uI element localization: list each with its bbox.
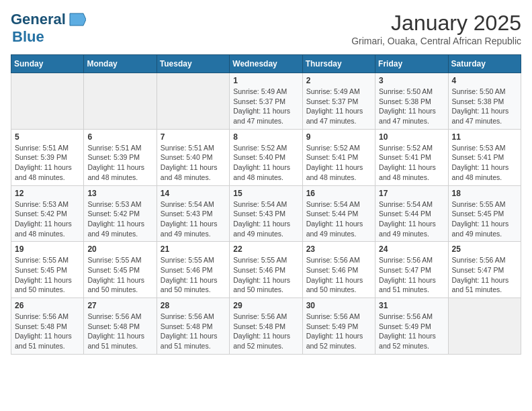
calendar-cell — [84, 73, 157, 130]
calendar-cell — [157, 73, 229, 130]
day-info: Sunrise: 5:56 AM Sunset: 5:47 PM Dayligh… — [379, 255, 444, 295]
day-number: 23 — [306, 244, 371, 254]
day-info: Sunrise: 5:52 AM Sunset: 5:40 PM Dayligh… — [233, 143, 298, 183]
calendar-cell: 16Sunrise: 5:54 AM Sunset: 5:44 PM Dayli… — [302, 185, 375, 242]
header-wednesday: Wednesday — [230, 55, 302, 73]
calendar-cell: 6Sunrise: 5:51 AM Sunset: 5:39 PM Daylig… — [84, 129, 157, 185]
calendar-header-row: SundayMondayTuesdayWednesdayThursdayFrid… — [11, 55, 521, 73]
calendar-cell: 11Sunrise: 5:53 AM Sunset: 5:41 PM Dayli… — [448, 129, 521, 185]
day-number: 27 — [87, 301, 152, 310]
calendar-cell: 29Sunrise: 5:56 AM Sunset: 5:48 PM Dayli… — [230, 298, 302, 355]
day-info: Sunrise: 5:56 AM Sunset: 5:49 PM Dayligh… — [379, 312, 444, 351]
calendar-cell: 13Sunrise: 5:53 AM Sunset: 5:42 PM Dayli… — [84, 185, 157, 242]
calendar-week-4: 19Sunrise: 5:55 AM Sunset: 5:45 PM Dayli… — [11, 242, 521, 298]
day-number: 15 — [233, 189, 298, 198]
calendar-cell: 30Sunrise: 5:56 AM Sunset: 5:49 PM Dayli… — [302, 298, 375, 355]
calendar-cell: 3Sunrise: 5:50 AM Sunset: 5:38 PM Daylig… — [375, 73, 448, 130]
day-info: Sunrise: 5:56 AM Sunset: 5:48 PM Dayligh… — [233, 312, 298, 351]
day-info: Sunrise: 5:53 AM Sunset: 5:41 PM Dayligh… — [452, 143, 517, 183]
logo-text-general: General — [11, 11, 66, 28]
day-number: 30 — [306, 301, 371, 310]
day-number: 26 — [15, 301, 80, 310]
calendar-cell: 12Sunrise: 5:53 AM Sunset: 5:42 PM Dayli… — [11, 185, 84, 242]
calendar-week-2: 5Sunrise: 5:51 AM Sunset: 5:39 PM Daylig… — [11, 129, 521, 185]
calendar-cell: 21Sunrise: 5:55 AM Sunset: 5:46 PM Dayli… — [157, 242, 229, 298]
calendar-cell: 23Sunrise: 5:56 AM Sunset: 5:46 PM Dayli… — [302, 242, 375, 298]
day-number: 31 — [379, 301, 444, 310]
day-number: 22 — [233, 244, 298, 254]
day-info: Sunrise: 5:53 AM Sunset: 5:42 PM Dayligh… — [87, 199, 152, 239]
calendar-cell: 19Sunrise: 5:55 AM Sunset: 5:45 PM Dayli… — [11, 242, 84, 298]
header-sunday: Sunday — [11, 55, 84, 73]
calendar-table: SundayMondayTuesdayWednesdayThursdayFrid… — [11, 54, 521, 355]
day-info: Sunrise: 5:55 AM Sunset: 5:45 PM Dayligh… — [87, 255, 152, 295]
calendar-week-5: 26Sunrise: 5:56 AM Sunset: 5:48 PM Dayli… — [11, 298, 521, 355]
day-info: Sunrise: 5:54 AM Sunset: 5:44 PM Dayligh… — [379, 199, 444, 239]
day-info: Sunrise: 5:56 AM Sunset: 5:48 PM Dayligh… — [87, 312, 152, 351]
header-saturday: Saturday — [448, 55, 521, 73]
calendar-cell: 22Sunrise: 5:55 AM Sunset: 5:46 PM Dayli… — [230, 242, 302, 298]
day-info: Sunrise: 5:56 AM Sunset: 5:49 PM Dayligh… — [306, 312, 371, 351]
calendar-cell: 15Sunrise: 5:54 AM Sunset: 5:43 PM Dayli… — [230, 185, 302, 242]
calendar-cell: 31Sunrise: 5:56 AM Sunset: 5:49 PM Dayli… — [375, 298, 448, 355]
day-info: Sunrise: 5:55 AM Sunset: 5:45 PM Dayligh… — [452, 199, 517, 239]
day-info: Sunrise: 5:51 AM Sunset: 5:39 PM Dayligh… — [87, 143, 152, 183]
month-title: January 2025 — [351, 11, 521, 36]
day-number: 18 — [452, 189, 517, 198]
calendar-cell: 7Sunrise: 5:51 AM Sunset: 5:40 PM Daylig… — [157, 129, 229, 185]
day-info: Sunrise: 5:55 AM Sunset: 5:45 PM Dayligh… — [15, 255, 80, 295]
day-number: 12 — [15, 189, 80, 198]
calendar-cell — [11, 73, 84, 130]
day-number: 19 — [15, 244, 80, 254]
header-monday: Monday — [84, 55, 157, 73]
day-number: 24 — [379, 244, 444, 254]
day-info: Sunrise: 5:50 AM Sunset: 5:38 PM Dayligh… — [452, 87, 517, 126]
day-info: Sunrise: 5:52 AM Sunset: 5:41 PM Dayligh… — [306, 143, 371, 183]
header-friday: Friday — [375, 55, 448, 73]
day-info: Sunrise: 5:53 AM Sunset: 5:42 PM Dayligh… — [15, 199, 80, 239]
calendar-week-3: 12Sunrise: 5:53 AM Sunset: 5:42 PM Dayli… — [11, 185, 521, 242]
day-info: Sunrise: 5:56 AM Sunset: 5:48 PM Dayligh… — [161, 312, 226, 351]
logo: General Blue — [11, 11, 86, 46]
calendar-cell: 17Sunrise: 5:54 AM Sunset: 5:44 PM Dayli… — [375, 185, 448, 242]
calendar-cell: 9Sunrise: 5:52 AM Sunset: 5:41 PM Daylig… — [302, 129, 375, 185]
calendar-cell: 4Sunrise: 5:50 AM Sunset: 5:38 PM Daylig… — [448, 73, 521, 130]
day-info: Sunrise: 5:56 AM Sunset: 5:46 PM Dayligh… — [306, 255, 371, 295]
day-info: Sunrise: 5:52 AM Sunset: 5:41 PM Dayligh… — [379, 143, 444, 183]
day-number: 21 — [161, 244, 226, 254]
calendar-cell: 28Sunrise: 5:56 AM Sunset: 5:48 PM Dayli… — [157, 298, 229, 355]
logo-icon — [67, 12, 86, 27]
page-header: General Blue January 2025 Grimari, Ouaka… — [11, 11, 521, 46]
day-number: 16 — [306, 189, 371, 198]
calendar-cell: 2Sunrise: 5:49 AM Sunset: 5:37 PM Daylig… — [302, 73, 375, 130]
header-tuesday: Tuesday — [157, 55, 229, 73]
day-number: 1 — [233, 76, 298, 85]
calendar-cell: 25Sunrise: 5:56 AM Sunset: 5:47 PM Dayli… — [448, 242, 521, 298]
day-info: Sunrise: 5:55 AM Sunset: 5:46 PM Dayligh… — [233, 255, 298, 295]
calendar-cell: 20Sunrise: 5:55 AM Sunset: 5:45 PM Dayli… — [84, 242, 157, 298]
day-info: Sunrise: 5:50 AM Sunset: 5:38 PM Dayligh… — [379, 87, 444, 126]
day-number: 9 — [306, 132, 371, 142]
day-info: Sunrise: 5:54 AM Sunset: 5:43 PM Dayligh… — [233, 199, 298, 239]
day-number: 10 — [379, 132, 444, 142]
day-info: Sunrise: 5:49 AM Sunset: 5:37 PM Dayligh… — [233, 87, 298, 126]
calendar-cell: 24Sunrise: 5:56 AM Sunset: 5:47 PM Dayli… — [375, 242, 448, 298]
calendar-cell: 1Sunrise: 5:49 AM Sunset: 5:37 PM Daylig… — [230, 73, 302, 130]
calendar-cell: 14Sunrise: 5:54 AM Sunset: 5:43 PM Dayli… — [157, 185, 229, 242]
day-number: 5 — [15, 132, 80, 142]
day-info: Sunrise: 5:56 AM Sunset: 5:48 PM Dayligh… — [15, 312, 80, 351]
calendar-week-1: 1Sunrise: 5:49 AM Sunset: 5:37 PM Daylig… — [11, 73, 521, 130]
day-number: 13 — [87, 189, 152, 198]
calendar-cell: 27Sunrise: 5:56 AM Sunset: 5:48 PM Dayli… — [84, 298, 157, 355]
logo-text-blue: Blue — [12, 28, 44, 45]
day-info: Sunrise: 5:54 AM Sunset: 5:44 PM Dayligh… — [306, 199, 371, 239]
calendar-cell — [448, 298, 521, 355]
svg-marker-0 — [70, 13, 86, 26]
day-number: 25 — [452, 244, 517, 254]
day-number: 20 — [87, 244, 152, 254]
calendar-cell: 26Sunrise: 5:56 AM Sunset: 5:48 PM Dayli… — [11, 298, 84, 355]
day-number: 29 — [233, 301, 298, 310]
day-number: 17 — [379, 189, 444, 198]
day-number: 11 — [452, 132, 517, 142]
title-area: January 2025 Grimari, Ouaka, Central Afr… — [351, 11, 521, 46]
